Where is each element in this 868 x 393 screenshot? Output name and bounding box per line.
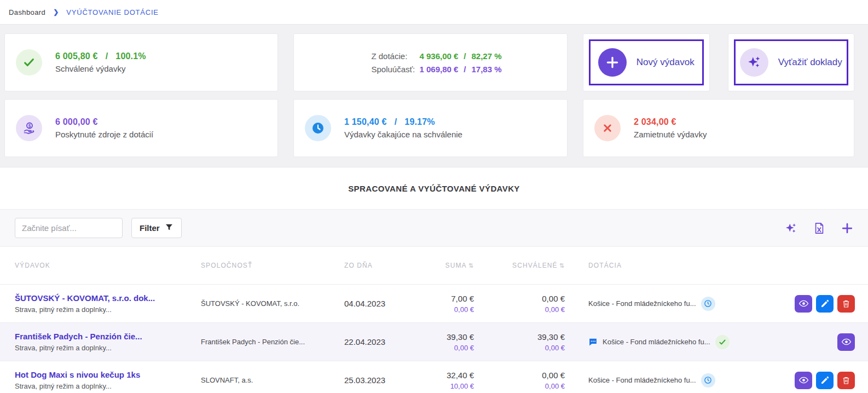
pending-expenses-label: Výdavky čakajúce na schválenie bbox=[344, 130, 462, 139]
table-row: Hot Dog Maxi s nivou kečup 1ks Strava, p… bbox=[0, 361, 868, 393]
header-date: ZO DŇA bbox=[344, 262, 433, 269]
expenses-panel: SPRACOVANÉ A VYÚČTOVANÉ VÝDAVKY Filter bbox=[0, 167, 868, 393]
expense-subtitle: Strava, pitný režim a doplnky... bbox=[15, 305, 201, 314]
header-grant: DOTÁCIA bbox=[565, 262, 773, 269]
card-rejected-expenses: 2 034,00 € Zamietnuté výdavky bbox=[583, 99, 854, 157]
sum-secondary-value: 10,00 € bbox=[433, 382, 474, 390]
approved-value: 39,30 € bbox=[474, 332, 565, 342]
company-cell: ŠUTOVSKÝ - KOVOMAT, s.r.o. bbox=[201, 299, 344, 308]
clock-icon bbox=[305, 115, 331, 141]
approved-expenses-label: Schválené výdavky bbox=[55, 64, 146, 73]
chevron-right-icon: ❯ bbox=[53, 8, 59, 16]
card-provided-resources: $ 6 000,00 € Poskytnuté zdroje z dotácií bbox=[4, 99, 278, 157]
view-button[interactable] bbox=[795, 372, 812, 389]
pending-expenses-value: 1 150,40 €/19.17% bbox=[344, 117, 462, 127]
pending-clock-badge bbox=[701, 297, 715, 311]
date-cell: 22.04.2023 bbox=[344, 337, 433, 346]
breakdown-co-financing: Spoluúčasť: 1 069,80 € / 17,83 % bbox=[371, 65, 501, 74]
pending-clock-badge bbox=[701, 373, 715, 388]
breadcrumb: Dashboard ❯ VYÚČTOVANIE DOTÁCIE bbox=[0, 0, 868, 25]
company-cell: SLOVNAFT, a.s. bbox=[201, 376, 344, 384]
ai-sparkles-icon[interactable] bbox=[785, 222, 797, 234]
comment-bubble-icon[interactable] bbox=[588, 337, 598, 346]
table-row: ŠUTOVSKÝ - KOVOMAT, s.r.o. dok... Strava… bbox=[0, 284, 868, 322]
grant-name: Košice - Fond mládežníckeho fu... bbox=[603, 338, 710, 346]
sum-secondary-value: 0,00 € bbox=[433, 305, 474, 314]
card-pending-expenses: 1 150,40 €/19.17% Výdavky čakajúce na sc… bbox=[293, 99, 568, 157]
export-excel-icon[interactable] bbox=[814, 222, 825, 234]
filter-button-label: Filter bbox=[140, 223, 160, 233]
delete-button[interactable] bbox=[837, 372, 855, 389]
view-button[interactable] bbox=[837, 333, 855, 351]
company-cell: František Padych - Penzión čie... bbox=[201, 338, 344, 346]
funnel-icon bbox=[165, 223, 173, 233]
card-grant-breakdown: Z dotácie: 4 936,00 € / 82,27 % Spoluúča… bbox=[293, 33, 568, 91]
grant-name: Košice - Fond mládežníckeho fu... bbox=[588, 299, 696, 308]
approved-check-badge bbox=[715, 335, 730, 349]
expense-title-link[interactable]: ŠUTOVSKÝ - KOVOMAT, s.r.o. dok... bbox=[15, 293, 201, 303]
sum-value: 32,40 € bbox=[433, 371, 474, 380]
svg-text:$: $ bbox=[28, 123, 31, 129]
edit-button[interactable] bbox=[816, 295, 834, 313]
breadcrumb-dashboard-link[interactable]: Dashboard bbox=[9, 8, 45, 16]
extract-documents-button[interactable]: Vyťažiť doklady bbox=[728, 33, 855, 91]
edit-button[interactable] bbox=[816, 372, 834, 389]
card-approved-expenses: 6 005,80 €/100.1% Schválené výdavky bbox=[4, 33, 278, 91]
header-approved-sortable[interactable]: SCHVÁLENÉ⇅ bbox=[474, 262, 565, 269]
delete-button[interactable] bbox=[837, 295, 855, 313]
table-row: František Padych - Penzión čie... Strava… bbox=[0, 322, 868, 361]
filter-button[interactable]: Filter bbox=[131, 218, 182, 238]
date-cell: 25.03.2023 bbox=[344, 375, 433, 385]
stats-grid: 6 005,80 €/100.1% Schválené výdavky Z do… bbox=[4, 33, 854, 157]
expense-title-link[interactable]: Hot Dog Maxi s nivou kečup 1ks bbox=[15, 370, 201, 379]
grant-name: Košice - Fond mládežníckeho fu... bbox=[588, 376, 696, 384]
x-circle-icon bbox=[594, 115, 621, 141]
action-buttons-cell: Nový výdavok Vyťažiť doklady bbox=[583, 33, 854, 91]
sum-secondary-value: 0,00 € bbox=[433, 344, 474, 352]
approved-expenses-value: 6 005,80 €/100.1% bbox=[55, 51, 146, 61]
sort-icon: ⇅ bbox=[559, 262, 565, 269]
header-sum-sortable[interactable]: SUMA⇅ bbox=[433, 262, 474, 269]
table-header: VÝDAVOK SPOLOČNOSŤ ZO DŇA SUMA⇅ SCHVÁLEN… bbox=[0, 247, 868, 284]
hand-dollar-icon: $ bbox=[16, 115, 42, 141]
new-expense-label: Nový výdavok bbox=[636, 57, 695, 68]
view-button[interactable] bbox=[795, 295, 812, 313]
plus-circle-icon bbox=[598, 48, 627, 77]
date-cell: 04.04.2023 bbox=[344, 299, 433, 308]
provided-resources-label: Poskytnuté zdroje z dotácií bbox=[55, 130, 153, 139]
check-circle-icon bbox=[16, 49, 42, 76]
header-expense: VÝDAVOK bbox=[15, 262, 201, 269]
approved-secondary-value: 0,00 € bbox=[474, 344, 565, 352]
section-title: SPRACOVANÉ A VYÚČTOVANÉ VÝDAVKY bbox=[0, 167, 868, 210]
sum-value: 39,30 € bbox=[433, 332, 474, 342]
new-expense-button[interactable]: Nový výdavok bbox=[583, 33, 710, 91]
approved-value: 0,00 € bbox=[474, 294, 565, 303]
breadcrumb-current-page[interactable]: VYÚČTOVANIE DOTÁCIE bbox=[66, 8, 159, 16]
add-row-icon[interactable] bbox=[841, 222, 853, 234]
table-toolbar: Filter bbox=[0, 210, 868, 247]
extract-documents-label: Vyťažiť doklady bbox=[778, 57, 842, 68]
sparkles-circle-icon bbox=[740, 48, 768, 77]
sum-value: 7,00 € bbox=[433, 294, 474, 303]
provided-resources-value: 6 000,00 € bbox=[55, 117, 153, 127]
rejected-expenses-value: 2 034,00 € bbox=[634, 117, 707, 127]
approved-value: 0,00 € bbox=[474, 371, 565, 380]
sort-icon: ⇅ bbox=[468, 262, 474, 269]
breakdown-from-grant: Z dotácie: 4 936,00 € / 82,27 % bbox=[371, 51, 501, 61]
header-company: SPOLOČNOSŤ bbox=[201, 262, 344, 269]
expense-subtitle: Strava, pitný režim a doplnky... bbox=[15, 382, 201, 390]
expense-title-link[interactable]: František Padych - Penzión čie... bbox=[15, 332, 201, 341]
search-input[interactable] bbox=[15, 218, 123, 238]
rejected-expenses-label: Zamietnuté výdavky bbox=[634, 130, 707, 139]
expense-subtitle: Strava, pitný režim a doplnky... bbox=[15, 344, 201, 352]
approved-secondary-value: 0,00 € bbox=[474, 382, 565, 390]
approved-secondary-value: 0,00 € bbox=[474, 305, 565, 314]
